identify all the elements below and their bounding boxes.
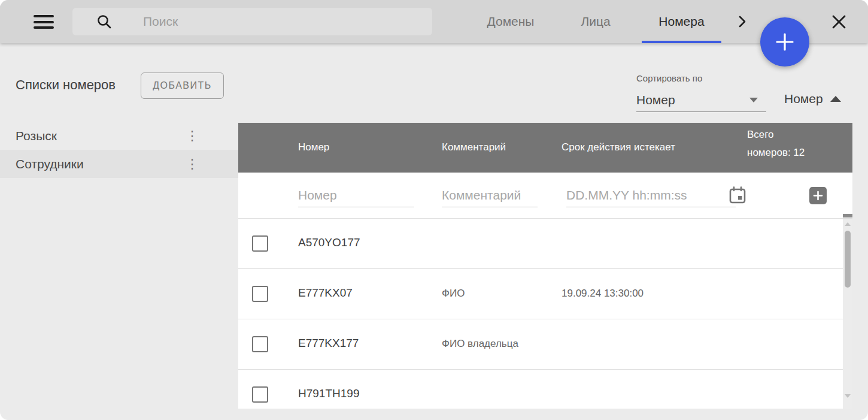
scrollbar-corner: [843, 214, 852, 217]
chevron-down-icon: [749, 98, 758, 102]
add-fab-button[interactable]: [760, 17, 809, 67]
app-window: Домены Лица Номера Списки номеров ДОБАВИ…: [0, 0, 868, 420]
kebab-menu-icon[interactable]: ⋮: [181, 155, 204, 173]
add-number-button[interactable]: [809, 187, 827, 204]
search-icon: [96, 14, 112, 29]
plus-icon: [775, 32, 795, 52]
scrollbar-up-arrow-icon[interactable]: [845, 222, 851, 226]
table-row[interactable]: A570YO177: [238, 219, 843, 269]
table-body: A570YO177 E777KX07 ФИО 19.09.24 13:30:00…: [238, 219, 843, 409]
scrollbar-thumb[interactable]: [845, 231, 851, 288]
add-list-button[interactable]: ДОБАВИТЬ: [141, 72, 224, 99]
table-row[interactable]: E777KX07 ФИО 19.09.24 13:30:00: [238, 269, 843, 319]
sidebar-item-rozysk[interactable]: Розыск ⋮: [0, 122, 238, 150]
table-row[interactable]: E777KX177 ФИО владельца: [238, 319, 843, 370]
row-checkbox[interactable]: [252, 386, 268, 403]
tab-domains[interactable]: Домены: [478, 0, 544, 43]
kebab-menu-icon[interactable]: ⋮: [181, 127, 204, 145]
filter-date-input[interactable]: [566, 183, 729, 207]
column-header-number: Номер: [298, 141, 329, 153]
table-header: Номер Комментарий Срок действия истекает…: [238, 123, 852, 173]
plus-icon: [813, 191, 823, 201]
total-numbers-label: Всего номеров: 12: [747, 126, 813, 162]
tab-faces[interactable]: Лица: [569, 0, 623, 43]
search-box[interactable]: [72, 8, 432, 35]
row-checkbox[interactable]: [252, 336, 268, 352]
menu-icon[interactable]: [34, 15, 54, 29]
sort-by-label: Сортировать по: [636, 73, 702, 83]
sort-ascending-icon: [830, 96, 841, 102]
sidebar-item-sotrudniki[interactable]: Сотрудники ⋮: [0, 150, 238, 178]
scrollbar-down-arrow-icon[interactable]: [845, 394, 851, 398]
top-bar: Домены Лица Номера: [0, 0, 868, 43]
search-input[interactable]: [112, 14, 432, 29]
more-tabs-chevron-icon[interactable]: [734, 0, 751, 43]
filter-comment-input[interactable]: [442, 183, 538, 207]
table-row[interactable]: H791TH199: [238, 370, 843, 409]
sort-direction-toggle[interactable]: Номер: [784, 88, 841, 110]
column-header-expires: Срок действия истекает: [562, 141, 675, 153]
column-header-comment: Комментарий: [442, 141, 506, 153]
calendar-icon[interactable]: [729, 186, 746, 205]
filter-date-field: [566, 183, 736, 207]
tab-numbers[interactable]: Номера: [642, 0, 721, 43]
row-checkbox[interactable]: [252, 286, 268, 302]
table-filter-row: [238, 173, 852, 219]
close-icon[interactable]: [829, 12, 849, 32]
filter-number-input[interactable]: [298, 183, 414, 207]
row-checkbox[interactable]: [252, 235, 268, 252]
sidebar-title: Списки номеров: [16, 77, 116, 93]
sort-field-select[interactable]: Номер: [636, 88, 766, 112]
